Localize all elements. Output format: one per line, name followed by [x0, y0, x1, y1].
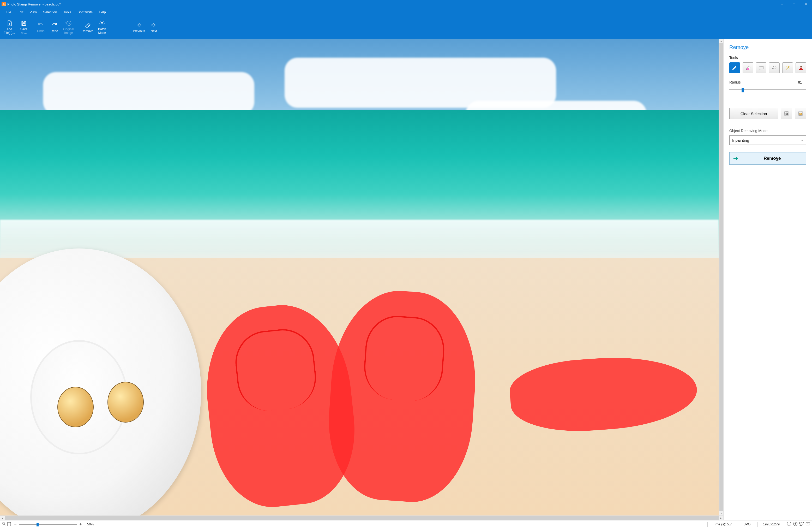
- tools-label: Tools: [729, 56, 806, 60]
- save-selection-button[interactable]: [781, 108, 792, 119]
- horizontal-scrollbar[interactable]: ◂ ▸: [0, 515, 723, 520]
- facebook-icon[interactable]: [793, 521, 798, 527]
- load-selection-icon: [798, 111, 803, 116]
- radius-value[interactable]: 81: [794, 79, 806, 85]
- next-label: Next: [151, 29, 157, 33]
- tool-row: [729, 62, 806, 73]
- undo-button[interactable]: Undo: [34, 17, 47, 38]
- undo-label: Undo: [37, 29, 45, 33]
- save-selection-icon: [784, 111, 789, 116]
- svg-point-19: [2, 522, 5, 525]
- save-as-label: Saveas...: [20, 28, 27, 35]
- toolbar-separator: [32, 20, 32, 34]
- svg-rect-17: [786, 113, 787, 114]
- menu-softorbits[interactable]: SoftOrbits: [75, 10, 95, 15]
- tool-clone-stamp[interactable]: [796, 62, 806, 73]
- tool-lasso[interactable]: [769, 62, 780, 73]
- window-title: Photo Stamp Remover - beach.jpg*: [7, 2, 776, 6]
- vertical-scrollbar[interactable]: ▴ ▾: [719, 39, 723, 515]
- mode-label: Object Removing Mode: [729, 129, 806, 133]
- original-image-label: Original Image: [63, 28, 74, 35]
- add-files-label: Add File(s)...: [4, 28, 15, 35]
- zoom-slider-thumb[interactable]: [37, 523, 39, 526]
- add-files-button[interactable]: Add File(s)...: [2, 17, 16, 38]
- toolbar-separator: [78, 20, 78, 34]
- vscroll-track[interactable]: [719, 43, 723, 511]
- menu-selection[interactable]: Selection: [41, 10, 59, 15]
- next-button[interactable]: Next: [148, 17, 160, 38]
- scroll-right-icon[interactable]: ▸: [719, 516, 723, 520]
- file-plus-icon: [6, 19, 13, 27]
- zoom-slider[interactable]: [19, 522, 77, 527]
- arrow-right-icon: [150, 21, 157, 29]
- svg-point-9: [101, 23, 103, 24]
- batch-mode-button[interactable]: Batch Mode: [96, 17, 108, 38]
- hscroll-thumb[interactable]: [5, 516, 719, 520]
- gear-icon: [99, 19, 105, 27]
- close-button[interactable]: [800, 0, 812, 8]
- svg-rect-21: [8, 523, 11, 525]
- vscroll-thumb[interactable]: [720, 43, 723, 511]
- tool-rectangle[interactable]: [756, 62, 767, 73]
- tool-marker[interactable]: [729, 62, 740, 73]
- app-icon: [2, 2, 6, 6]
- menu-tools[interactable]: Tools: [61, 10, 74, 15]
- tool-eraser[interactable]: [743, 62, 753, 73]
- zoom-in-button[interactable]: +: [78, 522, 83, 527]
- title-bar: Photo Stamp Remover - beach.jpg*: [0, 0, 812, 8]
- redo-label: Redo: [50, 29, 58, 33]
- svg-line-20: [4, 524, 5, 525]
- info-icon[interactable]: [786, 521, 792, 527]
- radius-slider[interactable]: [729, 87, 806, 92]
- arrow-right-icon: ➡: [733, 155, 738, 162]
- zoom-percent: 50%: [85, 522, 98, 526]
- radius-slider-thumb[interactable]: [742, 88, 744, 92]
- mode-combobox[interactable]: Inpainting ▼: [729, 135, 806, 145]
- redo-button[interactable]: Redo: [48, 17, 60, 38]
- maximize-button[interactable]: [788, 0, 800, 8]
- hscroll-track[interactable]: [5, 516, 719, 520]
- svg-rect-1: [793, 3, 795, 5]
- zoom-out-button[interactable]: −: [13, 522, 18, 527]
- rectangle-select-icon: [758, 65, 764, 71]
- scroll-up-icon[interactable]: ▴: [719, 39, 723, 43]
- twitter-icon[interactable]: [799, 521, 804, 527]
- scroll-left-icon[interactable]: ◂: [0, 516, 5, 520]
- svg-point-11: [772, 68, 773, 69]
- save-icon: [20, 19, 27, 27]
- save-as-button[interactable]: Saveas...: [17, 17, 30, 38]
- previous-label: Previous: [133, 29, 145, 33]
- undo-icon: [37, 21, 44, 29]
- sunglasses-object: [57, 382, 144, 430]
- original-image-button[interactable]: Original Image: [61, 17, 75, 38]
- remove-button[interactable]: Remove: [80, 17, 95, 38]
- menu-edit[interactable]: Edit: [15, 10, 26, 15]
- window-controls: [776, 0, 812, 8]
- clear-selection-button[interactable]: Clear Selection: [729, 108, 778, 119]
- panel-heading: Remove: [729, 44, 806, 51]
- zoom-slider-track: [19, 524, 77, 525]
- svg-rect-7: [23, 24, 25, 26]
- scroll-down-icon[interactable]: ▾: [719, 511, 723, 515]
- status-bar: − + 50% Time (s): 5.7 JPG 1920x1279: [0, 520, 812, 528]
- fit-screen-icon[interactable]: [7, 522, 12, 527]
- menu-file[interactable]: File: [3, 10, 14, 15]
- load-selection-button[interactable]: [795, 108, 806, 119]
- redo-icon: [51, 21, 58, 29]
- tool-magic-wand[interactable]: [782, 62, 793, 73]
- youtube-icon[interactable]: [805, 521, 810, 527]
- arrow-left-icon: [136, 21, 142, 29]
- svg-rect-6: [23, 21, 25, 23]
- menu-help[interactable]: Help: [96, 10, 108, 15]
- previous-button[interactable]: Previous: [131, 17, 147, 38]
- panel-remove-button[interactable]: ➡ Remove: [729, 152, 806, 165]
- format-label: JPG: [739, 522, 756, 526]
- canvas-wrap: ▴ ▾ ◂ ▸: [0, 39, 723, 520]
- remove-label: Remove: [82, 29, 93, 33]
- image-canvas[interactable]: [0, 39, 719, 515]
- zoom-tool-icon[interactable]: [2, 522, 6, 527]
- social-links: [786, 521, 810, 527]
- minimize-button[interactable]: [776, 0, 788, 8]
- eraser-icon: [84, 21, 91, 29]
- menu-view[interactable]: View: [27, 10, 39, 15]
